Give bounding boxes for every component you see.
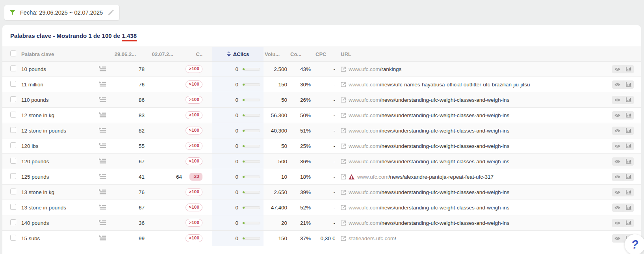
keyword-link[interactable]: 110 pounds bbox=[21, 97, 49, 103]
table-row: 120 pounds 67 >100 0 500 36% - www.ufc.c… bbox=[2, 154, 641, 169]
keyword-link[interactable]: 10 pounds bbox=[21, 66, 46, 72]
keyword-link[interactable]: 12 stone in kg bbox=[21, 112, 54, 118]
view-serp-button[interactable] bbox=[612, 65, 623, 73]
url-link[interactable]: www.ufc.com/news/understanding-ufc-weigh… bbox=[349, 128, 509, 134]
url-link[interactable]: www.ufc.com/news/understanding-ufc-weigh… bbox=[349, 112, 509, 118]
keyword-link[interactable]: 125 pounds bbox=[21, 174, 49, 180]
column-header-date1[interactable]: 29.06.2... bbox=[114, 51, 145, 57]
history-chart-button[interactable] bbox=[623, 219, 634, 227]
column-header-competition[interactable]: Co... bbox=[287, 51, 311, 57]
row-checkbox[interactable] bbox=[10, 173, 16, 179]
row-checkbox[interactable] bbox=[10, 65, 16, 71]
view-serp-button[interactable] bbox=[612, 188, 623, 196]
url-link[interactable]: www.ufc.com/rankings bbox=[349, 66, 401, 72]
keyword-link[interactable]: 12 stone in pounds bbox=[21, 128, 66, 134]
row-checkbox[interactable] bbox=[10, 204, 16, 210]
view-serp-button[interactable] bbox=[612, 173, 623, 181]
view-serp-button[interactable] bbox=[612, 80, 623, 89]
column-header-delta-clics[interactable]: ΔClics bbox=[212, 47, 264, 61]
url-link[interactable]: www.ufc.com/news/understanding-ufc-weigh… bbox=[349, 97, 509, 103]
serp-list-icon[interactable] bbox=[99, 174, 106, 179]
sort-arrows-icon[interactable] bbox=[227, 51, 231, 57]
view-serp-button[interactable] bbox=[612, 204, 623, 212]
serp-list-icon[interactable] bbox=[99, 143, 106, 148]
url-link[interactable]: www.ufc.com/news/understanding-ufc-weigh… bbox=[349, 220, 509, 226]
view-serp-button[interactable] bbox=[612, 127, 623, 135]
external-link-icon[interactable] bbox=[341, 97, 346, 103]
serp-list-icon[interactable] bbox=[99, 81, 106, 87]
url-link[interactable]: www.ufc.com/news/understanding-ufc-weigh… bbox=[349, 205, 509, 211]
serp-list-icon[interactable] bbox=[99, 235, 106, 241]
url-link[interactable]: www.ufc.com/news/alexandre-pantoja-repea… bbox=[357, 174, 494, 180]
url-link[interactable]: statleaders.ufc.com/ bbox=[349, 235, 396, 241]
history-chart-button[interactable] bbox=[623, 127, 634, 135]
row-checkbox[interactable] bbox=[10, 235, 16, 241]
row-checkbox[interactable] bbox=[10, 158, 16, 164]
date-filter-chip[interactable]: Fecha: 29.06.2025 ~ 02.07.2025 bbox=[4, 5, 120, 21]
history-chart-button[interactable] bbox=[623, 173, 634, 181]
history-chart-button[interactable] bbox=[623, 142, 634, 150]
external-link-icon[interactable] bbox=[341, 220, 346, 226]
history-chart-button[interactable] bbox=[623, 80, 634, 89]
column-header-cpc[interactable]: CPC bbox=[311, 51, 335, 57]
serp-list-icon[interactable] bbox=[99, 220, 106, 225]
external-link-icon[interactable] bbox=[341, 190, 346, 195]
column-header-change[interactable]: C.. bbox=[182, 51, 202, 57]
view-serp-button[interactable] bbox=[612, 219, 623, 227]
serp-list-icon[interactable] bbox=[99, 66, 106, 71]
external-link-icon[interactable] bbox=[341, 113, 346, 118]
column-header-volume[interactable]: Volu... bbox=[264, 51, 287, 57]
column-header-date2[interactable]: 02.07.2... bbox=[145, 51, 182, 57]
history-chart-button[interactable] bbox=[623, 111, 634, 120]
row-checkbox[interactable] bbox=[10, 96, 16, 102]
edit-pencil-icon[interactable] bbox=[108, 9, 114, 16]
column-header-keyword[interactable]: Palabra clave bbox=[21, 51, 99, 57]
serp-list-icon[interactable] bbox=[99, 112, 106, 118]
help-button[interactable]: ? bbox=[625, 234, 644, 254]
row-checkbox[interactable] bbox=[10, 112, 16, 118]
external-link-icon[interactable] bbox=[341, 174, 346, 179]
row-checkbox[interactable] bbox=[10, 142, 16, 148]
external-link-icon[interactable] bbox=[341, 236, 346, 241]
url-link[interactable]: www.ufc.com/news/ufc-names-hayabusa-offi… bbox=[349, 82, 530, 88]
external-link-icon[interactable] bbox=[341, 82, 346, 87]
select-all-checkbox[interactable] bbox=[10, 50, 16, 56]
history-chart-button[interactable] bbox=[623, 157, 634, 166]
keyword-link[interactable]: 11 million bbox=[21, 82, 43, 88]
keyword-link[interactable]: 13 stone in kg bbox=[21, 189, 54, 195]
external-link-icon[interactable] bbox=[341, 159, 346, 164]
view-serp-button[interactable] bbox=[612, 157, 623, 166]
serp-list-icon[interactable] bbox=[99, 97, 106, 102]
view-serp-button[interactable] bbox=[612, 234, 623, 243]
view-serp-button[interactable] bbox=[612, 96, 623, 104]
url-link[interactable]: www.ufc.com/news/understanding-ufc-weigh… bbox=[349, 159, 509, 164]
history-chart-button[interactable] bbox=[623, 65, 634, 73]
title-total-count: 1.438 bbox=[122, 32, 137, 41]
external-link-icon[interactable] bbox=[341, 205, 346, 210]
row-checkbox[interactable] bbox=[10, 81, 16, 87]
url-link[interactable]: www.ufc.com/news/understanding-ufc-weigh… bbox=[349, 189, 509, 195]
history-chart-button[interactable] bbox=[623, 188, 634, 196]
serp-list-icon[interactable] bbox=[99, 127, 106, 133]
view-serp-button[interactable] bbox=[612, 142, 623, 150]
row-checkbox[interactable] bbox=[10, 219, 16, 225]
history-chart-button[interactable] bbox=[623, 96, 634, 104]
external-link-icon[interactable] bbox=[341, 128, 346, 133]
keyword-link[interactable]: 15 subs bbox=[21, 235, 40, 241]
row-checkbox[interactable] bbox=[10, 189, 16, 194]
keyword-link[interactable]: 120 lbs bbox=[21, 143, 39, 149]
external-link-icon[interactable] bbox=[341, 144, 346, 149]
keywords-panel: Palabras clave - Mostrando 1 de 100 de 1… bbox=[2, 25, 641, 254]
serp-list-icon[interactable] bbox=[99, 158, 106, 164]
keyword-link[interactable]: 140 pounds bbox=[21, 220, 49, 226]
column-header-url[interactable]: URL bbox=[335, 51, 611, 57]
keyword-link[interactable]: 120 pounds bbox=[21, 159, 49, 164]
url-link[interactable]: www.ufc.com/news/understanding-ufc-weigh… bbox=[349, 143, 509, 149]
external-link-icon[interactable] bbox=[341, 67, 346, 72]
keyword-link[interactable]: 13 stone in pounds bbox=[21, 205, 66, 211]
history-chart-button[interactable] bbox=[623, 204, 634, 212]
row-checkbox[interactable] bbox=[10, 127, 16, 133]
view-serp-button[interactable] bbox=[612, 111, 623, 120]
serp-list-icon[interactable] bbox=[99, 204, 106, 210]
serp-list-icon[interactable] bbox=[99, 189, 106, 194]
